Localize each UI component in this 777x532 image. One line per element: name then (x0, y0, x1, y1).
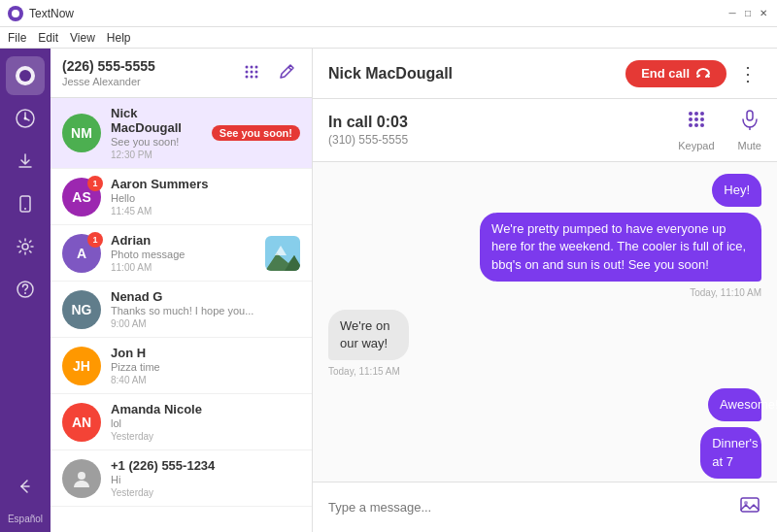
contact-item-unknown[interactable]: +1 (226) 555-1234 Hi Yesterday (51, 450, 312, 507)
message-group-1: We're pretty pumped to have everyone up … (328, 213, 761, 298)
svg-point-12 (255, 66, 258, 69)
svg-point-32 (700, 117, 704, 121)
contact-info-unknown: +1 (226) 555-1234 Hi Yesterday (111, 458, 300, 498)
sidebar-item-dashboard[interactable] (6, 99, 45, 138)
contact-info-an: Amanda Nicole lol Yesterday (111, 402, 300, 442)
mute-label: Mute (738, 140, 761, 151)
my-phone-number: (226) 555-5555 (62, 58, 155, 74)
menu-edit[interactable]: Edit (38, 31, 58, 45)
message-row-3: Awesome! (680, 388, 761, 421)
language-label: Español (8, 514, 43, 524)
svg-point-28 (694, 112, 698, 116)
menu-file[interactable]: File (8, 31, 26, 45)
contact-item-as[interactable]: AS 1 Aaron Summers Hello 11:45 AM (51, 169, 312, 225)
menu-help[interactable]: Help (107, 31, 131, 45)
call-status: In call 0:03 (328, 114, 408, 131)
contact-item-nm[interactable]: NM Nick MacDougall See you soon! 12:30 P… (51, 98, 312, 169)
end-call-button[interactable]: End call (625, 60, 726, 87)
svg-point-7 (22, 244, 28, 249)
chat-header-actions: End call ⋮ (625, 58, 761, 89)
more-options-button[interactable]: ⋮ (734, 58, 761, 89)
avatar-ng: NG (62, 290, 101, 329)
contact-info-as: Aaron Summers Hello 11:45 AM (111, 177, 300, 216)
menu-view[interactable]: View (70, 31, 95, 45)
chat-input-area (313, 482, 777, 532)
svg-point-18 (255, 76, 258, 79)
svg-point-6 (24, 208, 26, 210)
sidebar-item-logo[interactable] (6, 56, 45, 95)
compose-icon[interactable] (273, 58, 300, 85)
titlebar-left: TextNow (8, 6, 74, 21)
message-row-2: We're on our way! (328, 310, 453, 360)
contact-info-ng: Nenad G Thanks so much! I hope you... 9:… (111, 289, 300, 329)
message-bubble-1: We're pretty pumped to have everyone up … (480, 213, 761, 282)
app-title: TextNow (29, 7, 74, 20)
message-row-4: Dinner's at 7 (667, 427, 761, 478)
contact-header: (226) 555-5555 Jesse Alexander (51, 49, 312, 98)
sidebar-item-download[interactable] (6, 142, 45, 181)
avatar-jh: JH (62, 347, 101, 385)
unread-badge-a: 1 (87, 232, 103, 248)
avatar-a: A 1 (62, 234, 101, 273)
photo-thumb-a (265, 236, 300, 271)
message-group-2: We're on our way! Today, 11:15 AM (328, 310, 761, 377)
keypad-button[interactable]: Keypad (678, 109, 714, 151)
close-button[interactable]: ✕ (758, 8, 769, 19)
sidebar-item-help[interactable] (6, 270, 45, 309)
call-number: (310) 555-5555 (328, 133, 408, 147)
svg-rect-38 (741, 498, 759, 512)
svg-rect-36 (747, 111, 753, 120)
maximize-button[interactable]: □ (742, 8, 754, 19)
dialpad-icon[interactable] (238, 58, 265, 85)
avatar-unknown (62, 459, 101, 498)
svg-point-15 (255, 71, 258, 74)
svg-line-26 (706, 75, 708, 77)
svg-point-2 (19, 70, 31, 82)
window-controls: ─ □ ✕ (726, 8, 769, 19)
message-bubble-3: Awesome! (708, 388, 761, 421)
sidebar-item-back[interactable] (6, 467, 45, 506)
contact-item-an[interactable]: AN Amanda Nicole lol Yesterday (51, 394, 312, 450)
titlebar: TextNow ─ □ ✕ (0, 0, 777, 27)
svg-point-33 (689, 123, 693, 127)
image-attach-button[interactable] (738, 493, 761, 522)
svg-point-0 (12, 10, 19, 17)
message-row-1: We're pretty pumped to have everyone up … (328, 213, 761, 282)
contact-info-nm: Nick MacDougall See you soon! 12:30 PM (111, 106, 202, 160)
chat-panel: Nick MacDougall End call ⋮ In call 0:03 (313, 49, 777, 532)
svg-point-34 (694, 123, 698, 127)
avatar-as: AS 1 (62, 178, 101, 216)
contact-item-ng[interactable]: NG Nenad G Thanks so much! I hope you...… (51, 282, 312, 338)
header-action-icons (238, 58, 300, 85)
message-bubble-0: Hey! (712, 174, 761, 207)
contact-info-jh: Jon H Pizza time 8:40 AM (111, 346, 300, 385)
svg-point-9 (24, 292, 26, 294)
svg-point-11 (251, 66, 253, 69)
message-input[interactable] (328, 500, 728, 515)
svg-point-27 (689, 112, 693, 116)
call-info-left: In call 0:03 (310) 555-5555 (328, 114, 408, 147)
contact-item-jh[interactable]: JH Jon H Pizza time 8:40 AM (51, 338, 312, 394)
sidebar-item-phone[interactable] (6, 184, 45, 223)
keypad-label: Keypad (678, 140, 714, 151)
message-bubble-2: We're on our way! (328, 310, 409, 360)
svg-point-13 (246, 71, 249, 74)
call-actions: Keypad Mute (678, 109, 761, 151)
messages-area: Hey! We're pretty pumped to have everyon… (313, 162, 777, 482)
mute-button[interactable]: Mute (738, 109, 761, 151)
svg-point-17 (251, 76, 253, 79)
mute-icon (739, 109, 760, 136)
svg-point-4 (24, 117, 27, 120)
contact-info-a: Adrian Photo message 11:00 AM (111, 233, 255, 273)
svg-point-30 (689, 117, 693, 121)
keypad-icon (686, 109, 707, 136)
message-group-sent-2: Awesome! Dinner's at 7 We're out on the … (328, 388, 761, 482)
menubar: File Edit View Help (0, 27, 777, 49)
unread-badge-as: 1 (87, 176, 103, 191)
svg-point-16 (246, 76, 249, 79)
sidebar-item-settings[interactable] (6, 227, 45, 266)
end-call-label: End call (641, 66, 690, 81)
minimize-button[interactable]: ─ (726, 8, 738, 19)
contact-item-a[interactable]: A 1 Adrian Photo message 11:00 AM (51, 225, 312, 282)
chat-contact-name: Nick MacDougall (328, 65, 453, 83)
